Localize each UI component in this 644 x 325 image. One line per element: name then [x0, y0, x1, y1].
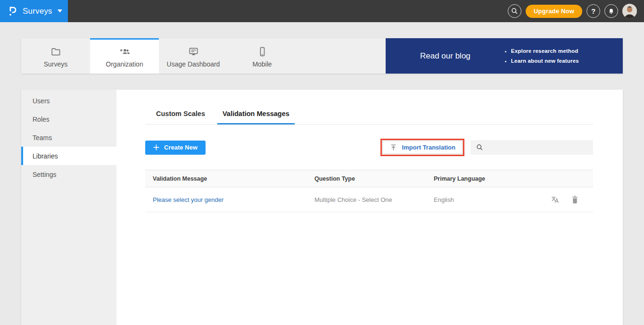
- question-mark-icon: ?: [591, 7, 595, 15]
- sidebar-item-roles[interactable]: Roles: [21, 110, 116, 128]
- app-logo-menu[interactable]: Surveys: [0, 0, 68, 22]
- blog-banner-bullets: Explore research method Learn about new …: [504, 46, 579, 66]
- header-question-type: Question Type: [314, 175, 434, 182]
- sidebar-item-settings[interactable]: Settings: [21, 165, 116, 183]
- nav-tab-usage-dashboard[interactable]: Usage Dashboard: [159, 38, 228, 74]
- question-type-cell: Multiple Choice - Select One: [314, 196, 434, 203]
- table-row: Please select your gender Multiple Choic…: [145, 187, 593, 212]
- search-input[interactable]: [487, 140, 593, 155]
- plus-icon: [153, 144, 159, 150]
- table-header-row: Validation Message Question Type Primary…: [145, 170, 593, 187]
- sidebar-item-label: Teams: [33, 134, 52, 142]
- user-avatar[interactable]: [622, 4, 637, 18]
- upgrade-now-button[interactable]: Upgrade Now: [526, 5, 582, 18]
- organization-panel: Users Roles Teams Libraries Settings Cus…: [21, 90, 623, 325]
- nav-tab-label: Organization: [106, 60, 143, 68]
- table-search[interactable]: [471, 140, 593, 155]
- sidebar-item-label: Libraries: [33, 152, 58, 160]
- row-actions: [528, 195, 593, 204]
- validation-message-link[interactable]: Please select your gender: [153, 196, 223, 203]
- nav-tab-surveys[interactable]: Surveys: [21, 38, 90, 74]
- sidebar-item-label: Users: [33, 97, 50, 105]
- search-button[interactable]: [508, 4, 521, 18]
- dashboard-icon: [188, 46, 199, 57]
- nav-tab-organization[interactable]: Organization: [90, 38, 159, 74]
- mobile-icon: [257, 46, 268, 57]
- product-switcher-label: Surveys: [23, 7, 52, 16]
- toolbar: Create New Import Translation: [145, 139, 593, 156]
- toolbar-right: Import Translation: [380, 139, 593, 156]
- blog-bullet: Explore research method: [511, 46, 579, 56]
- sidebar-item-libraries[interactable]: Libraries: [21, 147, 116, 165]
- topbar-actions: Upgrade Now ?: [508, 4, 644, 18]
- nav-tab-label: Usage Dashboard: [167, 60, 220, 68]
- blog-bullet: Learn about new features: [511, 56, 579, 66]
- tab-validation-messages[interactable]: Validation Messages: [217, 110, 295, 125]
- content-tabs: Custom Scales Validation Messages: [145, 110, 593, 125]
- top-bar: Surveys Upgrade Now ?: [0, 0, 644, 22]
- validation-messages-table: Validation Message Question Type Primary…: [145, 170, 593, 212]
- libraries-content: Custom Scales Validation Messages Create…: [116, 90, 623, 325]
- blog-banner[interactable]: Read our blog Explore research method Le…: [386, 38, 623, 74]
- primary-nav: Surveys Organization: [21, 38, 623, 74]
- sidebar-item-users[interactable]: Users: [21, 92, 116, 110]
- nav-tab-label: Mobile: [252, 60, 272, 68]
- annotation-highlight-box: Import Translation: [380, 139, 464, 156]
- create-new-button[interactable]: Create New: [145, 141, 206, 155]
- questionpro-logo-icon: [8, 6, 17, 17]
- primary-language-cell: English: [434, 196, 528, 203]
- sidebar-item-label: Roles: [33, 116, 50, 123]
- nav-tab-label: Surveys: [44, 60, 68, 68]
- org-sidebar: Users Roles Teams Libraries Settings: [21, 90, 116, 325]
- create-new-label: Create New: [164, 144, 198, 151]
- folder-icon: [50, 46, 61, 57]
- search-icon: [511, 8, 518, 15]
- help-button[interactable]: ?: [586, 4, 600, 18]
- notifications-button[interactable]: [604, 4, 618, 18]
- import-translation-button[interactable]: Import Translation: [382, 141, 462, 154]
- import-translation-label: Import Translation: [402, 144, 455, 151]
- tab-custom-scales[interactable]: Custom Scales: [151, 110, 210, 125]
- search-icon: [476, 144, 483, 151]
- bell-icon: [608, 8, 615, 15]
- upload-icon: [389, 143, 397, 151]
- sidebar-item-teams[interactable]: Teams: [21, 128, 116, 147]
- nav-tab-mobile[interactable]: Mobile: [228, 38, 297, 74]
- translate-icon[interactable]: [550, 195, 560, 204]
- sidebar-item-label: Settings: [33, 171, 57, 178]
- blog-banner-title: Read our blog: [420, 51, 471, 61]
- header-primary-language: Primary Language: [434, 175, 528, 182]
- primary-nav-tabs: Surveys Organization: [21, 38, 386, 74]
- header-validation-message: Validation Message: [145, 175, 314, 182]
- delete-icon[interactable]: [571, 195, 579, 204]
- chevron-down-icon: [58, 9, 62, 13]
- group-add-icon: [119, 46, 131, 57]
